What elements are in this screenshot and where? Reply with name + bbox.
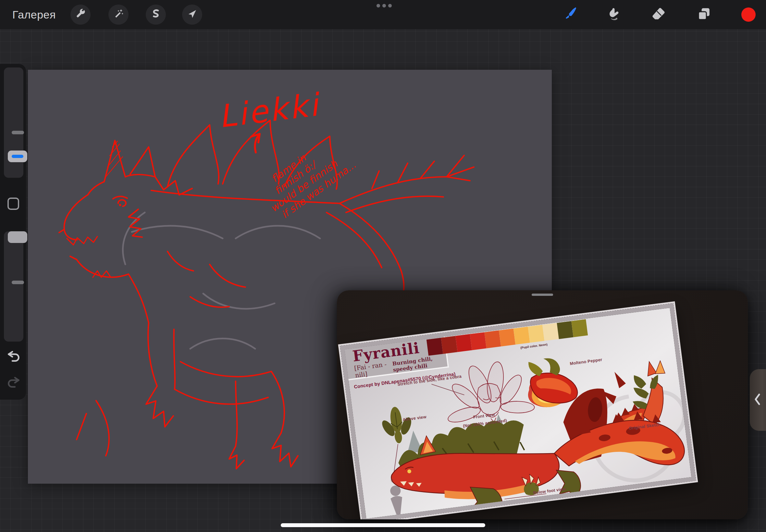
- canvas-options-ellipsis[interactable]: [376, 4, 392, 7]
- palette-swatch: [456, 334, 472, 352]
- actions-button[interactable]: [70, 5, 91, 25]
- brush-size-slider[interactable]: [4, 67, 23, 178]
- sidebar-reveal-tab[interactable]: [750, 369, 766, 431]
- palette-swatch: [542, 323, 559, 341]
- palette-swatch: [528, 325, 544, 343]
- gallery-button[interactable]: Галерея: [12, 0, 56, 29]
- opacity-ghost-mark: [12, 281, 24, 284]
- undo-arrow-icon: [6, 360, 21, 365]
- layers-button[interactable]: [695, 6, 713, 23]
- selection-button[interactable]: [146, 5, 166, 25]
- selection-s-icon: [150, 8, 161, 21]
- modify-button[interactable]: [7, 198, 19, 210]
- erase-tool-button[interactable]: [650, 6, 667, 23]
- transform-button[interactable]: [182, 5, 202, 25]
- brush-size-ghost-mark: [12, 131, 24, 134]
- brush-sidebar: [0, 64, 26, 400]
- paint-tool-button[interactable]: [562, 6, 580, 23]
- opacity-slider[interactable]: [4, 231, 23, 342]
- top-toolbar: Галерея: [0, 0, 766, 29]
- redo-arrow-icon: [6, 386, 21, 391]
- palette-swatch: [441, 336, 458, 354]
- palette-swatch: [427, 338, 443, 356]
- palette-swatch: [499, 329, 516, 346]
- wrench-icon: [75, 8, 86, 21]
- redo-button[interactable]: [6, 376, 21, 390]
- brush-size-thumb[interactable]: [8, 151, 27, 162]
- undo-button[interactable]: [6, 350, 21, 364]
- label-gender-symbol: ♀: [389, 477, 395, 485]
- smudge-finger-icon: [607, 6, 622, 23]
- palette-swatch: [484, 330, 501, 348]
- brush-size-accent: [12, 155, 23, 158]
- canvas-note-title: Liekki: [216, 86, 323, 135]
- eraser-icon: [651, 6, 666, 23]
- palette-swatch: [470, 332, 487, 350]
- palette-swatch: [557, 321, 574, 339]
- person-silhouette: [389, 485, 405, 516]
- active-color-swatch[interactable]: [741, 7, 756, 22]
- transform-arrow-icon: [187, 8, 198, 21]
- smudge-tool-button[interactable]: [605, 6, 623, 23]
- palette-swatch: [571, 319, 588, 337]
- palette-swatch: [514, 327, 530, 345]
- window-drag-handle[interactable]: [532, 294, 553, 296]
- opacity-thumb[interactable]: [8, 231, 27, 243]
- brush-icon: [564, 6, 578, 23]
- layers-icon: [697, 6, 711, 23]
- chevron-left-icon: [754, 393, 761, 407]
- reference-companion-window[interactable]: Fyranili [Fai - ran - nili] Burning chil…: [337, 290, 748, 519]
- magic-wand-icon: [113, 8, 124, 21]
- home-indicator-bar[interactable]: [281, 523, 485, 527]
- adjustments-button[interactable]: [108, 5, 128, 25]
- reference-sheet: Fyranili [Fai - ran - nili] Burning chil…: [340, 303, 696, 519]
